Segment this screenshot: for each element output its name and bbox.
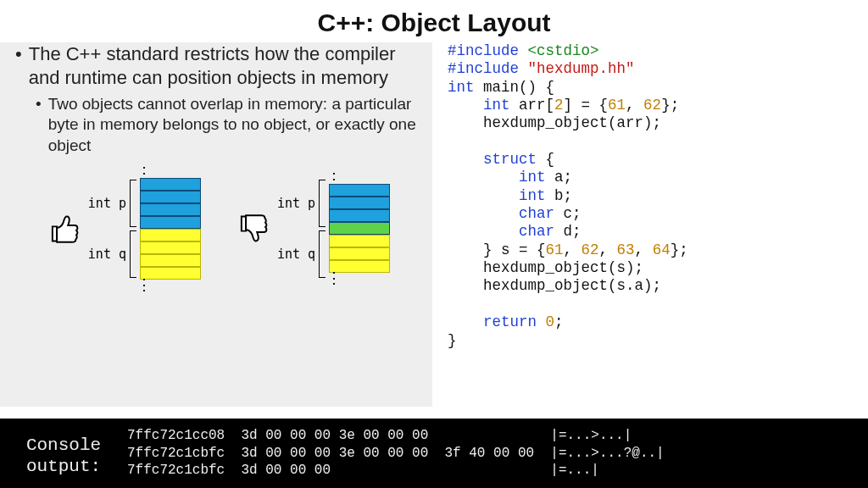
bullet-2: • Two objects cannot overlap in memory: … <box>36 94 420 156</box>
label-int-p-2: int p <box>277 196 315 211</box>
main-area: • The C++ standard restricts how the com… <box>0 42 868 407</box>
left-panel: • The C++ standard restricts how the com… <box>0 42 432 407</box>
thumbs-down-icon <box>235 211 270 247</box>
diagram-invalid: ⋮ int p int q ⋮ <box>235 168 390 290</box>
label-int-p: int p <box>88 196 126 211</box>
right-panel: #include <cstdio> #include "hexdump.hh" … <box>432 42 868 407</box>
code-block: #include <cstdio> #include "hexdump.hh" … <box>448 42 861 350</box>
console-label: Console output: <box>0 430 127 477</box>
slide-title: C++: Object Layout <box>0 0 868 42</box>
diagram-valid: ⋮ int p int q ⋮ <box>46 168 201 290</box>
console-output: Console output: 7ffc72c1cc08 3d 00 00 00… <box>0 419 868 488</box>
label-int-q-2: int q <box>277 247 315 262</box>
bullet-2-text: Two objects cannot overlap in memory: a … <box>48 94 420 156</box>
console-lines: 7ffc72c1cc08 3d 00 00 00 3e 00 00 00 |=.… <box>127 427 868 480</box>
bullet-1-text: The C++ standard restricts how the compi… <box>29 42 420 89</box>
label-int-q: int q <box>88 247 126 262</box>
bullet-1: • The C++ standard restricts how the com… <box>15 42 420 89</box>
thumbs-up-icon <box>46 211 81 247</box>
diagram-row: ⋮ int p int q ⋮ <box>15 168 420 290</box>
